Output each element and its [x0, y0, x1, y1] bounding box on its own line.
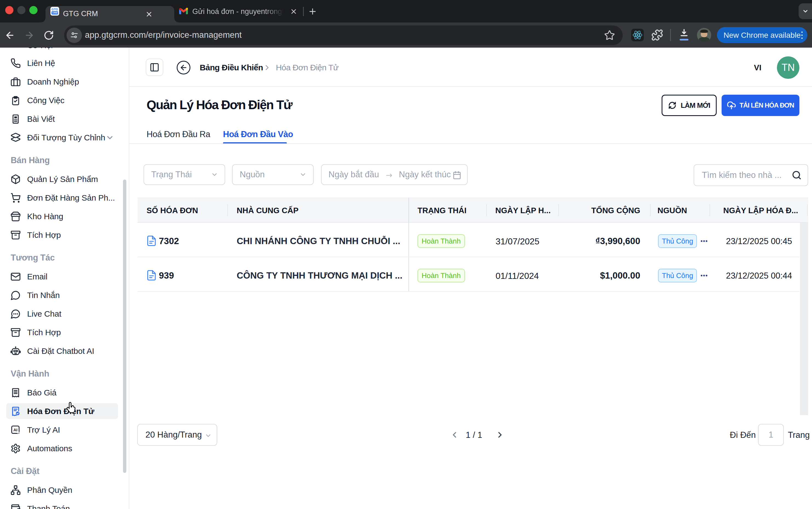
svg-text:AI: AI [13, 428, 18, 432]
